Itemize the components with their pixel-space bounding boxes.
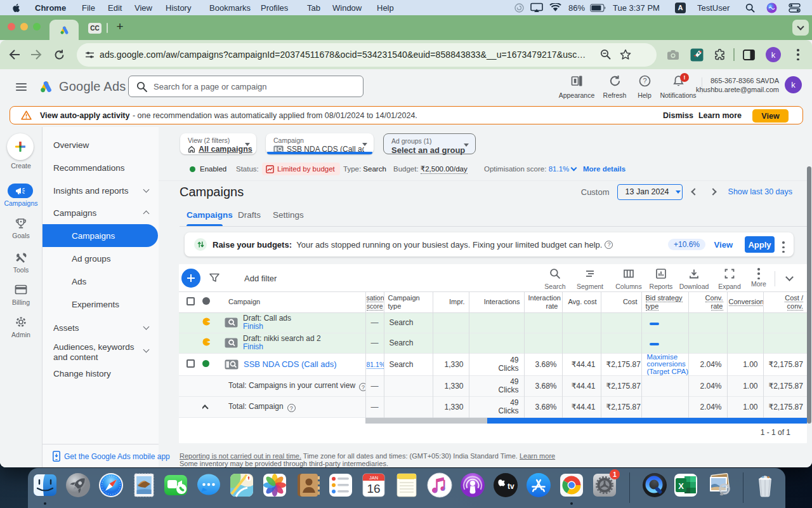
dock-launchpad-icon[interactable]	[64, 471, 92, 499]
more-details-link[interactable]: More details	[583, 163, 625, 175]
dock-notes-icon[interactable]	[393, 471, 421, 499]
control-center-icon[interactable]	[789, 0, 801, 15]
nav-ad-groups[interactable]: Ad groups	[72, 254, 111, 264]
opt-score-value[interactable]: 81.1%	[367, 361, 384, 369]
back-button[interactable]	[5, 45, 24, 64]
account-info[interactable]: 865-367-8366 SAVDA khushbu.arete@gmail.c…	[696, 76, 779, 94]
dock-appletv-icon[interactable]: tv	[492, 471, 520, 499]
zoom-icon[interactable]	[596, 45, 615, 64]
learn-more-button[interactable]: Learn more	[698, 111, 742, 120]
recommendation-help-icon[interactable]: ?	[605, 241, 613, 249]
audiences-chevron-icon[interactable]	[143, 347, 150, 353]
prev-date-button[interactable]	[691, 188, 698, 195]
apply-button[interactable]: Apply	[745, 236, 775, 253]
insights-chevron-icon[interactable]	[143, 187, 150, 193]
address-bar[interactable]: ads.google.com/aw/campaigns?campaignId=2…	[77, 43, 657, 67]
campaign-name-link[interactable]: SSB NDA CDS (Call ads)	[244, 359, 337, 369]
total-help-icon[interactable]: ?	[287, 404, 296, 412]
dismiss-button[interactable]: Dismiss	[663, 111, 693, 120]
url-text[interactable]: ads.google.com/aw/campaigns?campaignId=2…	[100, 50, 601, 60]
header-search-box[interactable]: Search for a page or campaign	[128, 76, 363, 97]
appearance-button[interactable]: Appearance	[556, 75, 597, 99]
tab-campaigns[interactable]: Campaigns	[187, 210, 233, 220]
wifi-icon[interactable]	[549, 0, 561, 15]
nav-change-history[interactable]: Change history	[53, 369, 111, 378]
dock-reminders-icon[interactable]	[327, 471, 355, 499]
menu-view[interactable]: View	[134, 0, 152, 15]
dock-chrome-icon[interactable]	[558, 471, 586, 499]
menu-window[interactable]: Window	[332, 0, 362, 15]
col-opt-score[interactable]: sationscore	[365, 292, 384, 312]
col-cost-conv[interactable]: Cost / conv.	[763, 292, 807, 312]
next-date-button[interactable]	[709, 188, 716, 195]
dock-preview-icon[interactable]	[706, 471, 734, 499]
screen-mirroring-icon[interactable]	[530, 0, 543, 15]
menu-profiles[interactable]: Profiles	[261, 0, 288, 15]
budget-value[interactable]: ₹2,500.00/day	[421, 164, 468, 174]
show-last-30-days-link[interactable]: Show last 30 days	[728, 187, 792, 196]
create-button[interactable]	[7, 133, 34, 160]
nav-insights[interactable]: Insights and reports	[53, 186, 129, 196]
menu-app-name[interactable]: Chrome	[35, 0, 66, 15]
table-row-draft-2[interactable]: Draft: nikki search ad 2Finish — Search	[179, 333, 807, 353]
reporting-link[interactable]: Reporting is not carried out in real tim…	[180, 452, 301, 460]
finish-link[interactable]: Finish	[243, 343, 321, 351]
horizontal-scroll-thumb[interactable]	[487, 418, 807, 424]
col-conv-rate[interactable]: Conv. rate	[688, 292, 727, 312]
campaign-dropdown[interactable]: Campaign SSB NDA CDS (Call ads)	[266, 133, 374, 154]
spotlight-icon[interactable]	[745, 0, 755, 15]
nav-campaigns-group[interactable]: Campaigns	[53, 208, 96, 218]
window-minimize-button[interactable]	[20, 23, 28, 30]
rocket-extension-icon[interactable]	[687, 45, 706, 64]
input-source-icon[interactable]: A	[675, 0, 686, 15]
tab-settings[interactable]: Settings	[273, 210, 304, 220]
select-all-checkbox[interactable]	[187, 297, 195, 305]
active-pinned-tab[interactable]	[49, 20, 79, 40]
col-impr[interactable]: Impr.	[433, 292, 469, 312]
add-filter-label[interactable]: Add filter	[244, 274, 277, 283]
nav-recommendations[interactable]: Recommendations	[53, 163, 125, 173]
table-more-button[interactable]: More	[742, 268, 775, 288]
nav-experiments[interactable]: Experiments	[72, 300, 119, 309]
col-conversions[interactable]: Conversions	[727, 292, 763, 312]
menu-file[interactable]: File	[82, 0, 95, 15]
dock-excel-icon[interactable]: X	[672, 471, 700, 499]
menu-bookmarks[interactable]: Bookmarks	[209, 0, 251, 15]
col-campaign[interactable]: Campaign	[218, 292, 365, 312]
nav-assets[interactable]: Assets	[53, 323, 79, 333]
add-campaign-button[interactable]	[181, 269, 200, 288]
page-vertical-scrollbar[interactable]	[807, 166, 811, 424]
reports-button[interactable]: Reports	[645, 268, 678, 290]
table-search-button[interactable]: Search	[539, 268, 572, 290]
admin-gear-icon[interactable]	[15, 316, 27, 328]
dock-safari-icon[interactable]	[97, 471, 125, 499]
table-horizontal-scrollbar[interactable]	[365, 418, 807, 424]
status-badge-wrap[interactable]: Limited by budget	[262, 163, 340, 175]
campaigns-chevron-icon[interactable]	[143, 211, 150, 217]
expand-button[interactable]: Expand	[713, 268, 746, 290]
window-zoom-button[interactable]	[33, 23, 41, 30]
menu-edit[interactable]: Edit	[108, 0, 122, 15]
dock-trash-icon[interactable]	[751, 471, 779, 499]
main-menu-icon[interactable]	[16, 83, 27, 91]
banner-view-button[interactable]: View	[752, 109, 789, 123]
bookmark-star-icon[interactable]	[616, 45, 635, 64]
side-panel-icon[interactable]	[739, 45, 758, 64]
assets-chevron-icon[interactable]	[143, 324, 150, 330]
dock-music-icon[interactable]	[426, 471, 454, 499]
dock-quicktime-icon[interactable]	[641, 471, 669, 499]
dock-mail-icon[interactable]	[130, 471, 158, 499]
browser-menu-icon[interactable]	[789, 45, 808, 64]
view-filter-dropdown[interactable]: View (2 filters) All campaigns	[180, 133, 256, 154]
dock-settings-icon[interactable]: 1	[591, 471, 619, 499]
col-avg-cost[interactable]: Avg. cost	[562, 292, 601, 312]
col-campaign-type[interactable]: Campaign type	[384, 292, 433, 312]
recording-indicator-icon[interactable]	[514, 0, 525, 15]
download-button[interactable]: Download	[678, 268, 710, 290]
window-close-button[interactable]	[8, 23, 15, 30]
dock-contacts-icon[interactable]	[294, 471, 322, 499]
menu-username[interactable]: TestUser	[697, 0, 730, 15]
dock-facetime-icon[interactable]	[162, 471, 190, 499]
ad-group-dropdown[interactable]: Ad groups (1) Select an ad group	[383, 133, 476, 154]
apple-menu-icon[interactable]	[13, 0, 21, 15]
